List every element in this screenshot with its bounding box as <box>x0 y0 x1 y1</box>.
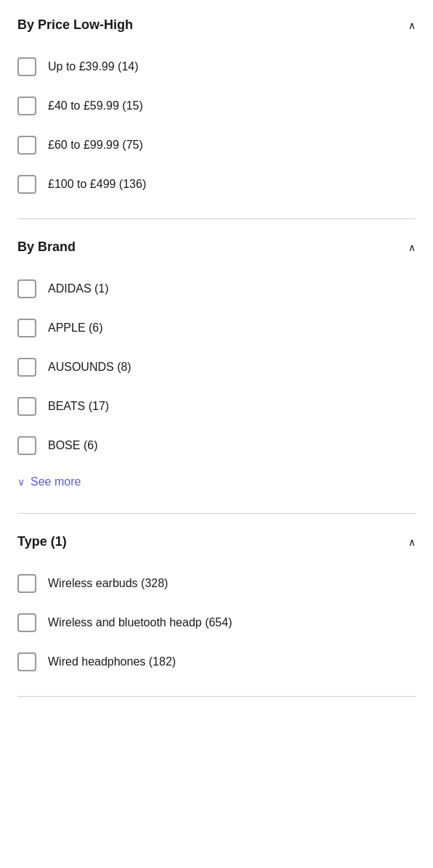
checkbox-brand-0[interactable] <box>17 279 36 298</box>
filter-option: Wired headphones (182) <box>17 642 416 681</box>
section-header-brand[interactable]: By Brand∧ <box>17 239 416 255</box>
checkbox-brand-2[interactable] <box>17 358 36 377</box>
filter-option: ADIDAS (1) <box>17 269 416 308</box>
checkbox-price-2[interactable] <box>17 136 36 155</box>
checkbox-type-1[interactable] <box>17 613 36 632</box>
filter-label-type-0: Wireless earbuds (328) <box>48 576 168 591</box>
divider-brand <box>17 513 416 514</box>
checkbox-price-0[interactable] <box>17 57 36 76</box>
section-title-price: By Price Low-High <box>17 17 133 33</box>
filter-label-type-1: Wireless and bluetooth headp (654) <box>48 615 232 631</box>
section-header-price[interactable]: By Price Low-High∧ <box>17 17 416 33</box>
filter-label-brand-3: BEATS (17) <box>48 398 109 414</box>
filter-section-type: Type (1)∧Wireless earbuds (328)Wireless … <box>0 517 433 700</box>
section-title-brand: By Brand <box>17 239 76 255</box>
filter-option: APPLE (6) <box>17 308 416 348</box>
chevron-up-icon-price[interactable]: ∧ <box>408 20 416 31</box>
checkbox-price-3[interactable] <box>17 175 36 194</box>
filter-label-brand-0: ADIDAS (1) <box>48 281 109 297</box>
filter-option: Wireless earbuds (328) <box>17 564 416 603</box>
checkbox-type-0[interactable] <box>17 574 36 593</box>
filter-options-brand: ADIDAS (1)APPLE (6)AUSOUNDS (8)BEATS (17… <box>17 269 416 499</box>
checkbox-type-2[interactable] <box>17 652 36 671</box>
filter-option: £60 to £99.99 (75) <box>17 126 416 165</box>
section-header-type[interactable]: Type (1)∧ <box>17 534 416 549</box>
filter-section-price: By Price Low-High∧Up to £39.99 (14)£40 t… <box>0 0 433 222</box>
see-more-button-brand[interactable]: ∨See more <box>17 465 416 499</box>
filter-label-price-1: £40 to £59.99 (15) <box>48 98 143 114</box>
divider-price <box>17 218 416 219</box>
filter-option: £100 to £499 (136) <box>17 165 416 204</box>
see-more-label: See more <box>31 475 81 488</box>
filter-label-price-0: Up to £39.99 (14) <box>48 59 139 75</box>
filter-label-brand-2: AUSOUNDS (8) <box>48 359 131 375</box>
filter-section-brand: By Brand∧ADIDAS (1)APPLE (6)AUSOUNDS (8)… <box>0 222 433 517</box>
filter-label-brand-4: BOSE (6) <box>48 438 97 454</box>
filter-label-price-2: £60 to £99.99 (75) <box>48 137 143 153</box>
filter-options-type: Wireless earbuds (328)Wireless and bluet… <box>17 564 416 681</box>
filter-options-price: Up to £39.99 (14)£40 to £59.99 (15)£60 t… <box>17 47 416 204</box>
filter-label-type-2: Wired headphones (182) <box>48 654 176 670</box>
chevron-up-icon-brand[interactable]: ∧ <box>408 242 416 253</box>
filter-option: Wireless and bluetooth headp (654) <box>17 603 416 642</box>
checkbox-brand-3[interactable] <box>17 397 36 416</box>
filter-option: Up to £39.99 (14) <box>17 47 416 86</box>
filter-label-brand-1: APPLE (6) <box>48 320 103 336</box>
checkbox-brand-4[interactable] <box>17 436 36 455</box>
checkbox-brand-1[interactable] <box>17 319 36 337</box>
filter-option: BOSE (6) <box>17 426 416 465</box>
filter-option: AUSOUNDS (8) <box>17 348 416 387</box>
filter-option: BEATS (17) <box>17 387 416 426</box>
checkbox-price-1[interactable] <box>17 97 36 115</box>
filter-option: £40 to £59.99 (15) <box>17 86 416 126</box>
filters-container: By Price Low-High∧Up to £39.99 (14)£40 t… <box>0 0 433 700</box>
filter-label-price-3: £100 to £499 (136) <box>48 176 146 192</box>
chevron-down-icon: ∨ <box>17 476 25 488</box>
chevron-up-icon-type[interactable]: ∧ <box>408 536 416 548</box>
section-title-type: Type (1) <box>17 534 67 549</box>
divider-type <box>17 696 416 697</box>
